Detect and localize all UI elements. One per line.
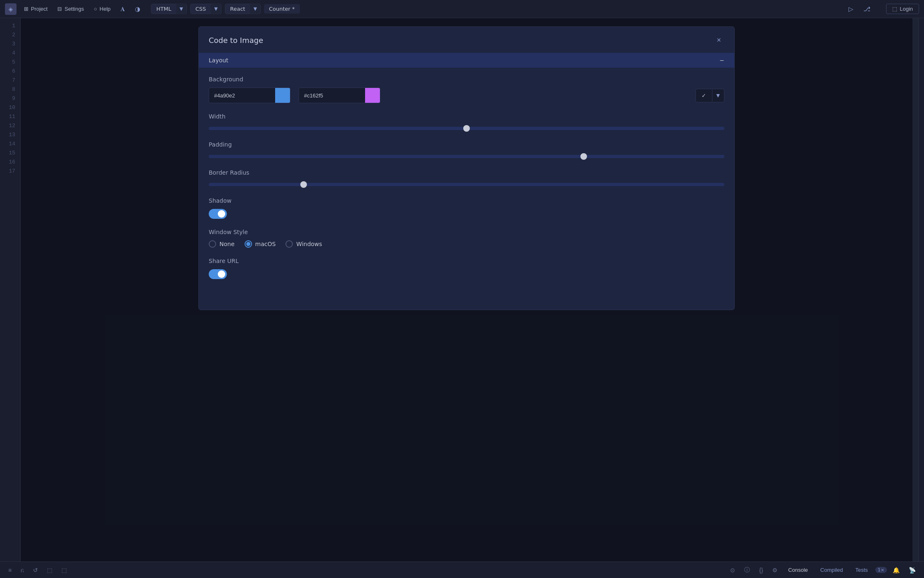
window-style-field: Window Style None macOS [209, 229, 724, 248]
theme-button[interactable]: ◑ [131, 3, 144, 15]
background-label: Background [209, 76, 724, 83]
status-screenshot-icon[interactable]: ⬚ [58, 565, 70, 575]
color2-text-input[interactable] [299, 89, 365, 102]
status-gear-icon[interactable]: ⚙ [769, 565, 781, 575]
project-button[interactable]: ⊞ Project [20, 4, 52, 14]
radio-none[interactable]: None [209, 240, 235, 248]
settings-icon: ⊟ [57, 6, 62, 12]
radio-label-windows: Windows [296, 241, 322, 247]
status-notification-icon[interactable]: 🔔 [889, 565, 903, 575]
share-url-field: Share URL [209, 258, 724, 279]
theme-icon: ◑ [135, 5, 140, 12]
share-url-toggle-track[interactable] [209, 269, 227, 279]
line-6: 6 [0, 67, 15, 76]
main-area: 1 2 3 4 5 6 7 8 9 10 11 12 13 14 15 16 1… [0, 18, 924, 561]
react-dropdown[interactable]: React ▼ [225, 4, 261, 14]
radio-windows[interactable]: Windows [285, 240, 322, 248]
check-arrow-icon[interactable]: ▼ [712, 90, 724, 102]
background-field: Background ✓ [209, 76, 724, 103]
error-badge: 1× [875, 567, 887, 573]
window-style-label: Window Style [209, 229, 724, 235]
settings-button[interactable]: ⊟ Settings [53, 4, 88, 14]
status-menu-icon[interactable]: ≡ [5, 565, 15, 575]
modal-close-button[interactable]: × [713, 34, 724, 46]
padding-label: Padding [209, 141, 724, 148]
color2-input-group [299, 88, 380, 103]
border-radius-slider[interactable] [209, 183, 724, 186]
color1-text-input[interactable] [209, 89, 275, 102]
right-scrollbar[interactable] [918, 18, 924, 561]
line-16: 16 [0, 158, 15, 167]
collapse-icon[interactable]: − [719, 57, 724, 64]
radio-outer-none [209, 240, 216, 248]
status-broadcast-icon[interactable]: 📡 [905, 565, 919, 575]
play-icon: ▷ [849, 5, 853, 12]
help-button[interactable]: ○ Help [90, 4, 115, 14]
logo-icon[interactable]: ◈ [5, 3, 16, 15]
radio-inner-macos [246, 242, 250, 246]
line-11: 11 [0, 112, 15, 121]
counter-tab[interactable]: Counter * [264, 4, 300, 14]
padding-field: Padding [209, 141, 724, 159]
css-dropdown-arrow[interactable]: ▼ [211, 5, 221, 13]
border-radius-field: Border Radius [209, 169, 724, 187]
login-button[interactable]: ⬚ Login [886, 4, 919, 14]
line-2: 2 [0, 31, 15, 40]
width-slider[interactable] [209, 127, 724, 130]
layout-section-label: Layout [209, 57, 229, 64]
shadow-toggle[interactable] [209, 209, 724, 219]
line-8: 8 [0, 85, 15, 94]
status-bracket-icon[interactable]: {} [756, 565, 766, 575]
toggle-thumb [218, 210, 225, 218]
toggle-thumb-share [218, 270, 225, 278]
translate-button[interactable]: 𝐀 [116, 3, 129, 15]
share-url-label: Share URL [209, 258, 724, 264]
tests-tab[interactable]: Tests [850, 565, 872, 575]
color1-swatch[interactable] [275, 88, 290, 103]
react-dropdown-arrow[interactable]: ▼ [250, 5, 260, 13]
html-dropdown[interactable]: HTML ▼ [151, 4, 187, 14]
line-12: 12 [0, 121, 15, 130]
toggle-track-bg [209, 209, 227, 219]
padding-slider[interactable] [209, 155, 724, 158]
window-style-radio-group: None macOS Windows [209, 240, 724, 248]
css-dropdown[interactable]: CSS ▼ [190, 4, 222, 14]
share-button[interactable]: ⎇ [859, 3, 874, 15]
line-9: 9 [0, 94, 15, 103]
translate-icon: 𝐀 [120, 5, 125, 12]
line-17: 17 [0, 167, 15, 176]
line-3: 3 [0, 40, 15, 49]
shadow-field: Shadow [209, 197, 724, 219]
radio-label-macos: macOS [255, 241, 276, 247]
code-to-image-modal: Code to Image × Layout − Background [198, 26, 735, 310]
console-tab[interactable]: Console [783, 565, 813, 575]
status-save-icon[interactable]: ⊙ [727, 565, 738, 575]
status-redo-icon[interactable]: ↺ [30, 565, 41, 575]
radio-outer-macos [245, 240, 252, 248]
play-button[interactable]: ▷ [844, 3, 858, 15]
modal-overlay: Code to Image × Layout − Background [21, 18, 912, 561]
color2-swatch[interactable] [365, 88, 380, 103]
compiled-tab[interactable]: Compiled [816, 565, 848, 575]
line-10: 10 [0, 103, 15, 112]
html-dropdown-arrow[interactable]: ▼ [176, 5, 186, 13]
line-4: 4 [0, 49, 15, 58]
shadow-toggle-track[interactable] [209, 209, 227, 219]
radio-macos[interactable]: macOS [245, 240, 276, 248]
radio-outer-windows [285, 240, 293, 248]
share-url-toggle[interactable] [209, 269, 724, 279]
login-icon: ⬚ [892, 6, 897, 12]
check-dropdown[interactable]: ✓ ▼ [695, 89, 724, 102]
status-copy-icon[interactable]: ⬚ [44, 565, 56, 575]
toggle-track-share [209, 269, 227, 279]
section-header-layout[interactable]: Layout − [199, 53, 734, 68]
line-7: 7 [0, 76, 15, 85]
share-icon: ⎇ [863, 5, 870, 12]
status-bar: ≡ ⎌ ↺ ⬚ ⬚ ⊙ ⓘ {} ⚙ Console Compiled Test… [0, 561, 924, 578]
line-5: 5 [0, 58, 15, 67]
status-info-icon[interactable]: ⓘ [741, 565, 753, 576]
width-label: Width [209, 113, 724, 120]
project-icon: ⊞ [24, 6, 28, 12]
content-panel: Code to Image × Layout − Background [21, 18, 918, 561]
status-undo-icon[interactable]: ⎌ [17, 565, 27, 575]
